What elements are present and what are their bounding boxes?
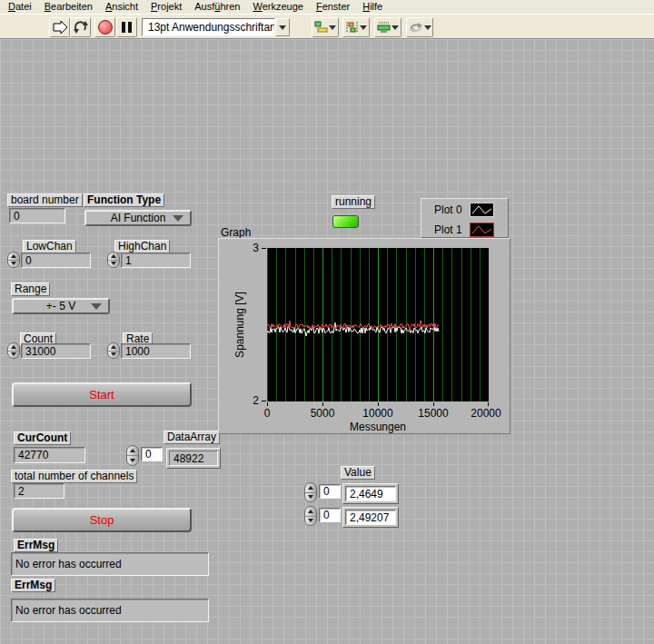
increment-icon [11, 345, 16, 349]
increment-icon [11, 254, 16, 258]
range-value: +- 5 V [46, 300, 75, 312]
curcount-field: 42770 [14, 447, 85, 463]
plot-area [267, 248, 489, 401]
menu-item-hilfe[interactable]: Hilfe [356, 0, 389, 14]
menu-item-datei[interactable]: Datei [2, 0, 38, 14]
align-objects-button[interactable] [312, 17, 339, 37]
legend-row-plot1[interactable]: Plot 1 [421, 221, 508, 239]
run-arrow-icon [51, 19, 69, 35]
menu-item-fenster[interactable]: Fenster [310, 0, 356, 14]
font-selector[interactable]: 13pt Anwendungsschriftart [142, 18, 275, 36]
chevron-down-icon [173, 215, 183, 222]
graph-title: Graph [221, 226, 251, 239]
total-channels-label: total number of channels [11, 470, 137, 483]
run-continuous-button[interactable] [70, 17, 91, 37]
errmsg2-label: ErrMsg [11, 579, 55, 592]
lowchan-field[interactable]: 0 [21, 253, 91, 268]
x-axis-label: Messungen [350, 421, 406, 433]
function-type-value: AI Function [111, 212, 166, 224]
value-label: Value [341, 466, 375, 480]
increment-icon [308, 486, 313, 490]
circular-arrows-icon [73, 19, 89, 35]
pause-button[interactable] [116, 17, 137, 37]
lowchan-label: LowChan [23, 240, 76, 253]
dataarray-index-stepper[interactable] [126, 445, 139, 466]
reorder-arrows-icon [409, 21, 423, 34]
align-objects-icon [314, 21, 328, 34]
decrement-icon [111, 352, 116, 356]
running-label: running [332, 195, 375, 209]
function-type-label: Function Type [84, 193, 164, 207]
menu-item-ansicht[interactable]: Ansicht [99, 0, 144, 14]
highchan-field[interactable]: 1 [121, 253, 191, 268]
start-button[interactable]: Start [12, 382, 192, 407]
resize-objects-button[interactable] [374, 17, 401, 37]
highchan-stepper[interactable] [107, 252, 120, 268]
plot1-line-icon[interactable] [470, 223, 494, 237]
resize-objects-icon [377, 21, 391, 34]
menu-bar: DateiBearbeitenAnsichtProjektAusführenWe… [0, 0, 654, 14]
increment-icon [308, 510, 313, 513]
x-tick-10000: 10000 [362, 407, 392, 420]
menu-item-projekt[interactable]: Projekt [144, 0, 188, 14]
lowchan-stepper[interactable] [7, 252, 20, 268]
chevron-down-icon [329, 25, 336, 30]
dataarray-index-field[interactable]: 0 [141, 447, 163, 461]
count-field[interactable]: 31000 [21, 343, 91, 359]
legend-row-plot0[interactable]: Plot 0 [421, 201, 508, 219]
x-tick-20000: 20000 [471, 407, 500, 420]
plot-legend: Plot 0 Plot 1 [421, 198, 509, 238]
curcount-label: CurCount [14, 431, 71, 445]
front-panel: board number 0 Function Type AI Function… [0, 39, 654, 644]
plot-traces [267, 248, 489, 401]
stop-button[interactable]: Stop [12, 508, 192, 532]
menu-item-bearbeiten[interactable]: Bearbeiten [38, 0, 99, 14]
decrement-icon [11, 352, 16, 356]
decrement-icon [111, 262, 116, 265]
decrement-icon [130, 459, 135, 462]
increment-icon [111, 254, 116, 258]
dataarray-element-frame: 48922 [166, 448, 221, 469]
value-index-stepper-2[interactable] [304, 506, 317, 526]
plot0-line-icon[interactable] [470, 203, 494, 217]
running-led[interactable] [332, 215, 359, 228]
value-index-field-1[interactable]: 0 [319, 484, 341, 499]
chevron-down-icon [391, 25, 399, 30]
y-tick-2: 2 [244, 394, 259, 407]
distribute-objects-icon [345, 21, 359, 34]
dataarray-label: DataArray [164, 431, 220, 444]
value-index-field-2[interactable]: 0 [319, 508, 341, 522]
plot1-label: Plot 1 [434, 223, 462, 236]
toolbar: 13pt Anwendungsschriftart [0, 14, 654, 39]
menu-item-werkzeuge[interactable]: Werkzeuge [246, 0, 309, 14]
dataarray-element-field: 48922 [169, 451, 218, 466]
red-stop-circle-icon [98, 20, 113, 35]
function-type-dropdown[interactable]: AI Function [84, 210, 192, 226]
y-tick-3: 3 [244, 242, 259, 254]
board-number-field[interactable]: 0 [9, 208, 65, 223]
abort-button[interactable] [94, 17, 115, 37]
value-frame-2: 2,49207 [342, 507, 399, 528]
value-field-1: 2,4649 [345, 486, 396, 501]
distribute-objects-button[interactable] [342, 17, 370, 37]
font-selector-arrow[interactable] [275, 18, 290, 36]
range-label: Range [11, 282, 50, 296]
x-tick-15000: 15000 [418, 407, 448, 420]
menu-item-ausführen[interactable]: Ausführen [188, 0, 246, 14]
waveform-graph: 3 2 Spannung [V] 0 5000 10000 15000 2000… [218, 238, 510, 434]
rate-field[interactable]: 1000 [121, 343, 191, 359]
value-field-2: 2,49207 [345, 510, 396, 525]
increment-icon [130, 449, 135, 452]
rate-stepper[interactable] [107, 342, 120, 359]
y-axis-label: Spannung [V] [233, 284, 245, 366]
range-dropdown[interactable]: +- 5 V [12, 298, 110, 314]
decrement-icon [308, 495, 313, 499]
x-tick-0: 0 [264, 407, 271, 420]
value-index-stepper-1[interactable] [304, 482, 317, 502]
plot0-label: Plot 0 [434, 203, 462, 216]
reorder-button[interactable] [406, 17, 433, 37]
count-stepper[interactable] [7, 342, 20, 359]
run-button[interactable] [49, 17, 70, 37]
pause-icon [122, 22, 125, 33]
total-channels-field: 2 [14, 483, 64, 499]
